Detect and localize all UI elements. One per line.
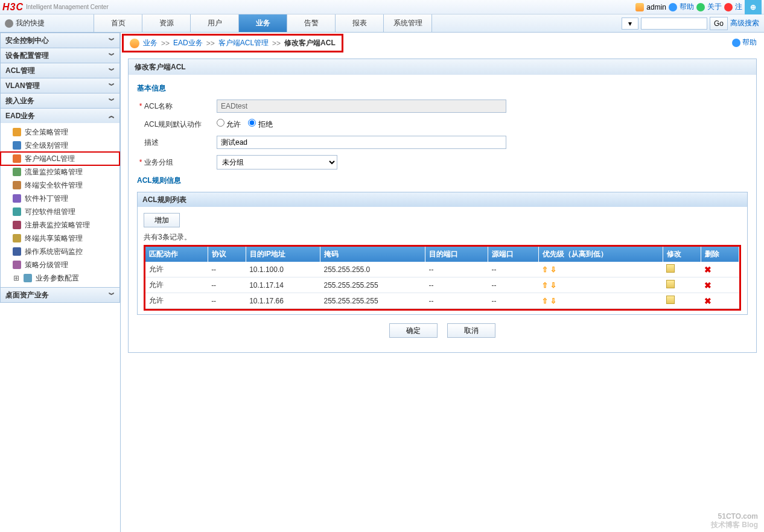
section-basic-title: 基本信息 (137, 83, 748, 93)
sidebar-item[interactable]: 终端安全软件管理 (1, 179, 119, 192)
sidebar-item[interactable]: 可控软件组管理 (1, 205, 119, 218)
side-section-header[interactable]: 设备配置管理︾ (1, 48, 119, 63)
advanced-search-link[interactable]: 高级搜索 (730, 18, 759, 28)
ok-button[interactable]: 确定 (389, 323, 438, 338)
sidebar: 安全控制中心︾设备配置管理︾ACL管理︾VLAN管理︾接入业务︾EAD业务︽安全… (0, 33, 121, 532)
table-row: 允许--10.1.100.0255.255.255.0----⇧⇩✖ (145, 262, 739, 277)
desc-label: 描述 (144, 138, 217, 148)
nav-tab-4[interactable]: 告警 (287, 14, 336, 32)
nav-tab-2[interactable]: 用户 (191, 14, 239, 32)
sidebar-item-icon (13, 247, 21, 256)
sidebar-item[interactable]: 操作系统密码监控 (1, 245, 119, 258)
watermark: 51CTO.com 技术博客 Blog (711, 508, 758, 528)
breadcrumb-item[interactable]: EAD业务 (173, 38, 203, 48)
sidebar-item[interactable]: 终端共享策略管理 (1, 232, 119, 245)
allow-radio[interactable] (217, 119, 224, 127)
top-bar: H3C Intelligent Management Center admin … (0, 0, 764, 14)
main-panel: 修改客户端ACL 基本信息 * ACL名称 ACL规则默认动作 允许 拒绝 (128, 59, 757, 353)
deny-radio-label[interactable]: 拒绝 (248, 119, 272, 130)
nav-tab-5[interactable]: 报表 (336, 14, 384, 32)
nav-tab-1[interactable]: 资源 (142, 14, 191, 32)
sidebar-item[interactable]: 安全级别管理 (1, 139, 119, 152)
table-header: 优先级（从高到低） (538, 247, 663, 262)
username: admin (646, 3, 666, 11)
logout-icon[interactable] (724, 3, 733, 11)
nav-tab-0[interactable]: 首页 (94, 14, 142, 32)
table-header: 掩码 (320, 247, 425, 262)
sidebar-item[interactable]: 策略分级管理 (1, 258, 119, 271)
nav-tab-3[interactable]: 业务 (239, 14, 287, 32)
required-mark: * (137, 158, 144, 166)
deny-radio[interactable] (248, 119, 256, 127)
sidebar-item-icon (13, 261, 21, 269)
record-count: 共有3条记录。 (144, 232, 741, 242)
help-icon[interactable] (732, 39, 740, 47)
page-help-link[interactable]: 帮助 (742, 38, 757, 46)
group-select[interactable]: 未分组 (217, 155, 337, 169)
help-link[interactable]: 帮助 (680, 2, 694, 12)
allow-radio-label[interactable]: 允许 (217, 119, 241, 130)
breadcrumb: 业务>>EAD业务>>客户端ACL管理>>修改客户端ACL (130, 38, 336, 48)
logo-subtitle: Intelligent Management Center (26, 4, 109, 10)
nav-tabs: 首页资源用户业务告警报表系统管理 (94, 14, 432, 32)
help-icon[interactable] (669, 3, 677, 11)
breadcrumb-icon (130, 39, 139, 48)
side-section-header[interactable]: EAD业务︽ (1, 109, 119, 123)
sidebar-item-icon (13, 234, 21, 242)
priority-up-icon[interactable]: ⇧ (542, 281, 548, 290)
main-content: 帮助 业务>>EAD业务>>客户端ACL管理>>修改客户端ACL 修改客户端AC… (121, 33, 764, 532)
tool-dropdown-icon[interactable]: ▾ (622, 17, 638, 30)
sidebar-item-icon (13, 128, 21, 136)
side-section-header[interactable]: ACL管理︾ (1, 63, 119, 78)
about-icon[interactable] (696, 3, 705, 11)
nav-tab-6[interactable]: 系统管理 (384, 14, 432, 32)
logout-link[interactable]: 注 (735, 2, 742, 12)
priority-down-icon[interactable]: ⇩ (550, 297, 556, 305)
desc-input[interactable] (217, 136, 506, 149)
about-link[interactable]: 关于 (707, 2, 722, 12)
favorites-label[interactable]: 我的快捷 (0, 18, 94, 28)
panel-title: 修改客户端ACL (129, 59, 756, 75)
acl-name-label: ACL名称 (144, 101, 217, 112)
acl-name-input (217, 100, 506, 113)
side-section-header[interactable]: 桌面资产业务︾ (1, 288, 119, 302)
edit-icon[interactable] (666, 264, 675, 273)
go-button[interactable]: Go (710, 17, 728, 30)
sidebar-item[interactable]: 注册表监控策略管理 (1, 218, 119, 232)
delete-icon[interactable]: ✖ (704, 265, 711, 274)
rule-list-panel: ACL规则列表 增加 共有3条记录。 匹配动作协议目的IP地址掩码目的端口源端口… (137, 192, 748, 315)
sidebar-item[interactable]: 软件补丁管理 (1, 192, 119, 205)
favorites-icon (5, 19, 13, 28)
sidebar-item[interactable]: ⊞业务参数配置 (1, 271, 119, 285)
delete-icon[interactable]: ✖ (704, 280, 711, 290)
required-mark: * (137, 102, 144, 110)
side-section-header[interactable]: VLAN管理︾ (1, 78, 119, 93)
app-launcher-icon[interactable]: ⊕ (745, 0, 762, 14)
priority-up-icon[interactable]: ⇧ (542, 265, 548, 274)
sidebar-item-icon (13, 168, 21, 176)
sidebar-item[interactable]: 客户端ACL管理 (1, 152, 119, 165)
sidebar-item-icon (13, 221, 21, 229)
delete-icon[interactable]: ✖ (704, 296, 711, 306)
search-input[interactable] (641, 17, 707, 30)
edit-icon[interactable] (666, 280, 675, 288)
breadcrumb-item[interactable]: 业务 (143, 38, 158, 48)
sidebar-item[interactable]: 流量监控策略管理 (1, 165, 119, 179)
add-rule-button[interactable]: 增加 (144, 213, 180, 227)
rule-list-title: ACL规则列表 (138, 192, 747, 207)
sidebar-item[interactable]: 安全策略管理 (1, 125, 119, 139)
table-header: 目的IP地址 (246, 247, 320, 262)
breadcrumb-item[interactable]: 客户端ACL管理 (218, 38, 269, 48)
priority-down-icon[interactable]: ⇩ (550, 265, 556, 274)
sidebar-item-icon (24, 274, 32, 282)
priority-down-icon[interactable]: ⇩ (550, 281, 556, 290)
side-section-header[interactable]: 安全控制中心︾ (1, 33, 119, 48)
table-header: 源端口 (488, 247, 539, 262)
breadcrumb-item: 修改客户端ACL (284, 38, 336, 48)
table-header: 删除 (701, 247, 739, 262)
side-section-header[interactable]: 接入业务︾ (1, 93, 119, 108)
table-row: 允许--10.1.17.14255.255.255.255----⇧⇩✖ (145, 277, 739, 293)
cancel-button[interactable]: 取消 (447, 323, 495, 338)
edit-icon[interactable] (666, 296, 675, 304)
priority-up-icon[interactable]: ⇧ (542, 297, 548, 305)
